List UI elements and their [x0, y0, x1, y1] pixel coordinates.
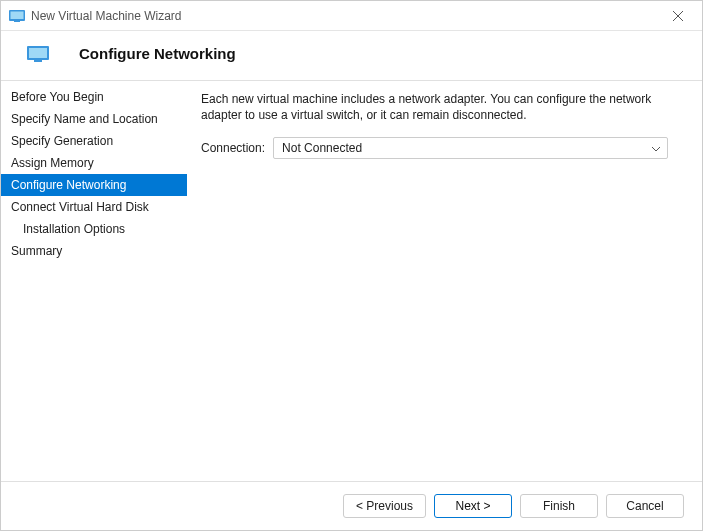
wizard-step-item[interactable]: Summary — [1, 240, 187, 262]
wizard-step-item[interactable]: Specify Generation — [1, 130, 187, 152]
page-title: Configure Networking — [79, 45, 236, 62]
svg-rect-1 — [11, 11, 24, 19]
wizard-content: Each new virtual machine includes a netw… — [187, 81, 702, 481]
connection-row: Connection: Not Connected — [201, 137, 684, 159]
chevron-down-icon — [651, 141, 661, 155]
cancel-button[interactable]: Cancel — [606, 494, 684, 518]
finish-button[interactable]: Finish — [520, 494, 598, 518]
svg-rect-6 — [29, 48, 47, 58]
wizard-window: New Virtual Machine Wizard Configure Net… — [0, 0, 703, 531]
wizard-step-item[interactable]: Connect Virtual Hard Disk — [1, 196, 187, 218]
wizard-body: Before You BeginSpecify Name and Locatio… — [1, 81, 702, 481]
previous-button[interactable]: < Previous — [343, 494, 426, 518]
window-title: New Virtual Machine Wizard — [31, 9, 662, 23]
wizard-step-item[interactable]: Configure Networking — [1, 174, 187, 196]
wizard-header: Configure Networking — [1, 31, 702, 80]
app-icon — [9, 10, 25, 22]
header-icon — [23, 46, 53, 62]
next-button[interactable]: Next > — [434, 494, 512, 518]
svg-rect-7 — [34, 60, 42, 62]
content-description: Each new virtual machine includes a netw… — [201, 91, 684, 123]
wizard-step-item[interactable]: Before You Begin — [1, 86, 187, 108]
close-button[interactable] — [662, 1, 694, 31]
connection-label: Connection: — [201, 141, 265, 155]
svg-rect-2 — [14, 21, 20, 22]
titlebar: New Virtual Machine Wizard — [1, 1, 702, 31]
wizard-footer: < Previous Next > Finish Cancel — [1, 481, 702, 530]
wizard-steps-sidebar: Before You BeginSpecify Name and Locatio… — [1, 81, 187, 481]
wizard-step-item[interactable]: Assign Memory — [1, 152, 187, 174]
wizard-step-item[interactable]: Installation Options — [1, 218, 187, 240]
close-icon — [673, 11, 683, 21]
connection-dropdown[interactable]: Not Connected — [273, 137, 668, 159]
wizard-step-item[interactable]: Specify Name and Location — [1, 108, 187, 130]
connection-selected-value: Not Connected — [282, 141, 362, 155]
